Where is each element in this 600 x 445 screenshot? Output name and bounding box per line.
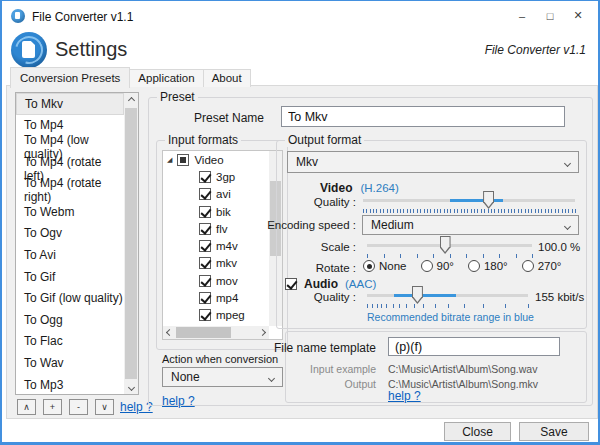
- radio-icon[interactable]: [522, 260, 534, 272]
- action-select[interactable]: None: [162, 367, 283, 387]
- checkbox-icon[interactable]: [199, 188, 211, 200]
- tick-mark: [481, 209, 482, 213]
- file-name-help-link[interactable]: help ?: [388, 389, 421, 403]
- minimize-button[interactable]: –: [508, 1, 536, 30]
- tree-item-mkv[interactable]: mkv: [163, 255, 269, 272]
- preset-name-input[interactable]: [281, 106, 565, 127]
- slider-thumb[interactable]: [440, 236, 451, 254]
- list-item[interactable]: To Wav: [16, 352, 124, 374]
- audio-quality-slider[interactable]: [367, 286, 528, 304]
- tick-mark: [545, 209, 546, 213]
- tree-horizontal-scrollbar[interactable]: [163, 326, 269, 339]
- file-name-template-input[interactable]: [388, 337, 560, 356]
- checkbox-icon[interactable]: [199, 206, 211, 218]
- radio-icon[interactable]: [468, 260, 480, 272]
- tree-item-avi[interactable]: avi: [163, 186, 269, 203]
- video-quality-slider[interactable]: [363, 191, 575, 209]
- tick-mark: [370, 209, 371, 213]
- tree-item-3gp[interactable]: 3gp: [163, 168, 269, 185]
- maximize-button[interactable]: □: [536, 1, 564, 30]
- encoding-speed-select[interactable]: Medium: [362, 215, 579, 235]
- scroll-up-icon[interactable]: [124, 93, 138, 107]
- save-button[interactable]: Save: [519, 422, 589, 441]
- tree-item-label: bik: [216, 206, 231, 218]
- tree-item-video[interactable]: ◢ Video: [163, 151, 269, 168]
- rotate-radio-90deg[interactable]: 90°: [421, 260, 454, 272]
- preset-list: To MkvTo Mp4To Mp4 (low quality)To Mp4 (…: [15, 92, 139, 395]
- checkbox-icon[interactable]: [199, 223, 211, 235]
- scroll-down-icon[interactable]: [124, 380, 138, 394]
- tick-mark: [413, 209, 414, 213]
- rotate-radio-none[interactable]: None: [363, 260, 407, 272]
- audio-checkbox[interactable]: [285, 278, 297, 290]
- radio-icon[interactable]: [363, 260, 375, 272]
- checkbox-icon[interactable]: [199, 275, 211, 287]
- scale-slider[interactable]: [367, 236, 532, 254]
- tree-item-m4v[interactable]: m4v: [163, 237, 269, 254]
- radio-icon[interactable]: [421, 260, 433, 272]
- list-item[interactable]: To Flac: [16, 331, 124, 353]
- add-preset-button[interactable]: +: [43, 399, 62, 415]
- rotate-radio-270deg[interactable]: 270°: [522, 260, 562, 272]
- titlebar-close-button[interactable]: ✕: [564, 1, 592, 30]
- scroll-left-icon[interactable]: [163, 326, 176, 339]
- tick-mark: [535, 209, 536, 213]
- scale-value: 100.0 %: [538, 241, 580, 253]
- tick-mark: [505, 304, 506, 308]
- list-item[interactable]: To Gif: [16, 266, 124, 288]
- checkbox-icon[interactable]: [199, 257, 211, 269]
- radio-label: 180°: [484, 260, 508, 272]
- tree-expander-icon[interactable]: ◢: [167, 156, 172, 164]
- scrollbar-thumb[interactable]: [125, 108, 137, 379]
- checkbox-icon[interactable]: [199, 240, 211, 252]
- list-item[interactable]: To Mp4 (rotate right): [16, 179, 124, 201]
- scrollbar-thumb[interactable]: [176, 327, 231, 338]
- list-item[interactable]: To Avi: [16, 244, 124, 266]
- move-down-button[interactable]: ∨: [95, 399, 114, 415]
- list-item[interactable]: To Mkv: [16, 93, 124, 115]
- tree-item-flv[interactable]: flv: [163, 220, 269, 237]
- tick-mark: [518, 209, 519, 213]
- rotate-radio-180deg[interactable]: 180°: [468, 260, 508, 272]
- checkbox-icon[interactable]: [199, 292, 211, 304]
- tab-conversion-presets[interactable]: Conversion Presets: [10, 67, 130, 88]
- tab-about[interactable]: About: [203, 69, 251, 87]
- move-up-button[interactable]: ∧: [17, 399, 36, 415]
- audio-bitrate-value: 155 kbit/s: [535, 291, 584, 303]
- tab-application[interactable]: Application: [129, 69, 203, 87]
- tick-mark: [417, 209, 418, 213]
- slider-thumb[interactable]: [412, 286, 423, 304]
- tree-item-mp4[interactable]: mp4: [163, 289, 269, 306]
- scroll-right-icon[interactable]: [256, 326, 269, 339]
- preset-list-scrollbar[interactable]: [124, 93, 138, 394]
- checkbox-icon[interactable]: [199, 309, 211, 321]
- tick-mark: [417, 254, 418, 258]
- action-value: None: [171, 370, 200, 384]
- preset-name-label: Preset Name: [194, 111, 264, 125]
- tick-mark: [366, 209, 367, 213]
- list-item[interactable]: To Ogg: [16, 309, 124, 331]
- tree-item-bik[interactable]: bik: [163, 203, 269, 220]
- tree-item-mov[interactable]: mov: [163, 272, 269, 289]
- audio-quality-ticks: [367, 304, 528, 310]
- close-button[interactable]: Close: [444, 422, 511, 441]
- list-item[interactable]: To Ogv: [16, 223, 124, 245]
- slider-thumb[interactable]: [483, 191, 494, 209]
- video-checkbox-icon[interactable]: [177, 154, 189, 166]
- checkbox-icon[interactable]: [199, 171, 211, 183]
- input-formats-help-link[interactable]: help ?: [162, 394, 195, 408]
- tree-item-mpeg[interactable]: mpeg: [163, 307, 269, 324]
- tick-mark: [383, 209, 384, 213]
- tick-mark: [377, 304, 378, 308]
- output-format-select[interactable]: Mkv: [287, 151, 579, 173]
- tick-mark: [511, 209, 512, 213]
- tick-mark: [491, 209, 492, 213]
- tick-mark: [494, 209, 495, 213]
- list-item[interactable]: To Webm: [16, 201, 124, 223]
- tree-item-label: avi: [216, 188, 231, 200]
- tick-mark: [437, 209, 438, 213]
- list-item[interactable]: To Mp3: [16, 374, 124, 394]
- tick-mark: [386, 304, 387, 308]
- remove-preset-button[interactable]: -: [69, 399, 88, 415]
- list-item[interactable]: To Gif (low quality): [16, 287, 124, 309]
